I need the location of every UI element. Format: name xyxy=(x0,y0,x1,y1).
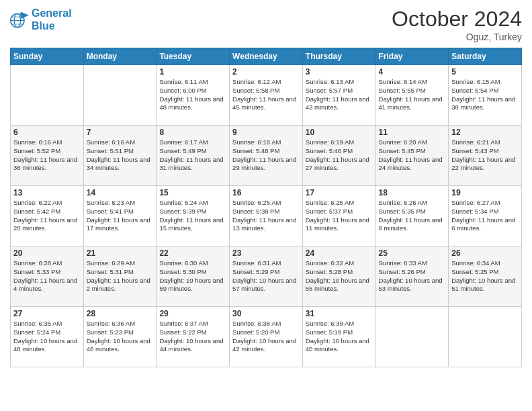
calendar-cell: 20Sunrise: 6:28 AM Sunset: 5:33 PM Dayli… xyxy=(11,246,84,307)
calendar-cell: 9Sunrise: 6:18 AM Sunset: 5:48 PM Daylig… xyxy=(230,126,303,186)
day-info: Sunrise: 6:20 AM Sunset: 5:45 PM Dayligh… xyxy=(379,138,446,173)
day-number: 29 xyxy=(159,309,226,318)
calendar-cell: 3Sunrise: 6:13 AM Sunset: 5:57 PM Daylig… xyxy=(302,65,375,126)
day-number: 17 xyxy=(306,188,373,197)
calendar-cell: 12Sunrise: 6:21 AM Sunset: 5:43 PM Dayli… xyxy=(449,126,522,186)
day-info: Sunrise: 6:37 AM Sunset: 5:22 PM Dayligh… xyxy=(159,320,226,354)
calendar-header-row: Sunday Monday Tuesday Wednesday Thursday… xyxy=(11,48,522,65)
day-number: 26 xyxy=(451,248,519,258)
day-info: Sunrise: 6:16 AM Sunset: 5:51 PM Dayligh… xyxy=(87,138,154,173)
day-info: Sunrise: 6:17 AM Sunset: 5:49 PM Dayligh… xyxy=(159,138,226,173)
day-info: Sunrise: 6:11 AM Sunset: 6:00 PM Dayligh… xyxy=(159,78,226,112)
calendar-cell: 18Sunrise: 6:26 AM Sunset: 5:35 PM Dayli… xyxy=(375,186,449,246)
calendar-week-5: 27Sunrise: 6:35 AM Sunset: 5:24 PM Dayli… xyxy=(11,307,522,367)
calendar-cell: 16Sunrise: 6:25 AM Sunset: 5:38 PM Dayli… xyxy=(230,186,303,246)
day-number: 5 xyxy=(451,67,519,77)
calendar-week-3: 13Sunrise: 6:22 AM Sunset: 5:42 PM Dayli… xyxy=(11,186,522,246)
day-number: 11 xyxy=(379,128,446,137)
day-info: Sunrise: 6:32 AM Sunset: 5:28 PM Dayligh… xyxy=(306,259,373,293)
calendar-cell: 5Sunrise: 6:15 AM Sunset: 5:54 PM Daylig… xyxy=(449,65,522,126)
day-info: Sunrise: 6:28 AM Sunset: 5:33 PM Dayligh… xyxy=(13,259,81,293)
day-number: 4 xyxy=(379,67,446,77)
col-saturday: Saturday xyxy=(449,48,522,65)
day-number: 21 xyxy=(87,248,154,258)
calendar-cell: 26Sunrise: 6:34 AM Sunset: 5:25 PM Dayli… xyxy=(449,246,522,307)
calendar-week-1: 1Sunrise: 6:11 AM Sunset: 6:00 PM Daylig… xyxy=(11,65,522,126)
calendar-cell: 6Sunrise: 6:16 AM Sunset: 5:52 PM Daylig… xyxy=(11,126,84,186)
day-info: Sunrise: 6:15 AM Sunset: 5:54 PM Dayligh… xyxy=(451,78,519,112)
calendar-cell: 24Sunrise: 6:32 AM Sunset: 5:28 PM Dayli… xyxy=(302,246,375,307)
day-info: Sunrise: 6:24 AM Sunset: 5:39 PM Dayligh… xyxy=(159,199,226,233)
day-number: 9 xyxy=(232,128,300,137)
header: General Blue October 2024 Oguz, Turkey xyxy=(10,7,522,42)
calendar-week-2: 6Sunrise: 6:16 AM Sunset: 5:52 PM Daylig… xyxy=(11,126,522,186)
day-info: Sunrise: 6:14 AM Sunset: 5:55 PM Dayligh… xyxy=(379,78,446,112)
day-info: Sunrise: 6:16 AM Sunset: 5:52 PM Dayligh… xyxy=(13,138,81,173)
day-info: Sunrise: 6:36 AM Sunset: 5:23 PM Dayligh… xyxy=(87,320,154,354)
calendar-cell: 8Sunrise: 6:17 AM Sunset: 5:49 PM Daylig… xyxy=(157,126,230,186)
day-info: Sunrise: 6:21 AM Sunset: 5:43 PM Dayligh… xyxy=(451,138,519,173)
logo-text: General Blue xyxy=(32,7,72,32)
month-title: October 2024 xyxy=(392,7,522,32)
day-number: 12 xyxy=(451,128,519,137)
day-number: 22 xyxy=(159,248,226,258)
calendar-cell: 23Sunrise: 6:31 AM Sunset: 5:29 PM Dayli… xyxy=(230,246,303,307)
calendar-cell: 2Sunrise: 6:12 AM Sunset: 5:58 PM Daylig… xyxy=(230,65,303,126)
calendar-cell: 29Sunrise: 6:37 AM Sunset: 5:22 PM Dayli… xyxy=(157,307,230,367)
calendar-cell: 7Sunrise: 6:16 AM Sunset: 5:51 PM Daylig… xyxy=(83,126,157,186)
day-number: 8 xyxy=(159,128,226,137)
day-info: Sunrise: 6:18 AM Sunset: 5:48 PM Dayligh… xyxy=(232,138,300,173)
day-number: 10 xyxy=(306,128,373,137)
calendar-body: 1Sunrise: 6:11 AM Sunset: 6:00 PM Daylig… xyxy=(11,65,522,367)
calendar-cell xyxy=(375,307,449,367)
calendar-cell: 22Sunrise: 6:30 AM Sunset: 5:30 PM Dayli… xyxy=(157,246,230,307)
day-info: Sunrise: 6:12 AM Sunset: 5:58 PM Dayligh… xyxy=(232,78,300,112)
calendar-cell: 11Sunrise: 6:20 AM Sunset: 5:45 PM Dayli… xyxy=(375,126,449,186)
day-number: 19 xyxy=(451,188,519,197)
calendar-cell xyxy=(83,65,157,126)
col-tuesday: Tuesday xyxy=(157,48,230,65)
logo-icon xyxy=(10,10,29,29)
calendar-week-4: 20Sunrise: 6:28 AM Sunset: 5:33 PM Dayli… xyxy=(11,246,522,307)
day-number: 25 xyxy=(379,248,446,258)
day-number: 15 xyxy=(159,188,226,197)
day-info: Sunrise: 6:33 AM Sunset: 5:26 PM Dayligh… xyxy=(379,259,446,293)
day-info: Sunrise: 6:13 AM Sunset: 5:57 PM Dayligh… xyxy=(306,78,373,112)
calendar-cell: 10Sunrise: 6:19 AM Sunset: 5:46 PM Dayli… xyxy=(302,126,375,186)
day-number: 7 xyxy=(87,128,154,137)
day-number: 20 xyxy=(13,248,81,258)
day-number: 2 xyxy=(232,67,300,77)
col-wednesday: Wednesday xyxy=(230,48,303,65)
day-number: 14 xyxy=(87,188,154,197)
calendar-cell: 17Sunrise: 6:25 AM Sunset: 5:37 PM Dayli… xyxy=(302,186,375,246)
calendar-cell: 21Sunrise: 6:29 AM Sunset: 5:31 PM Dayli… xyxy=(83,246,157,307)
calendar-cell: 28Sunrise: 6:36 AM Sunset: 5:23 PM Dayli… xyxy=(83,307,157,367)
day-info: Sunrise: 6:34 AM Sunset: 5:25 PM Dayligh… xyxy=(451,259,519,293)
location: Oguz, Turkey xyxy=(392,32,522,42)
day-number: 31 xyxy=(306,309,373,318)
calendar-cell: 1Sunrise: 6:11 AM Sunset: 6:00 PM Daylig… xyxy=(157,65,230,126)
col-sunday: Sunday xyxy=(11,48,84,65)
day-info: Sunrise: 6:25 AM Sunset: 5:38 PM Dayligh… xyxy=(232,199,300,233)
title-block: October 2024 Oguz, Turkey xyxy=(392,7,522,42)
calendar-cell: 14Sunrise: 6:23 AM Sunset: 5:41 PM Dayli… xyxy=(83,186,157,246)
day-number: 1 xyxy=(159,67,226,77)
col-thursday: Thursday xyxy=(302,48,375,65)
page: General Blue October 2024 Oguz, Turkey S… xyxy=(0,0,532,411)
calendar-cell xyxy=(11,65,84,126)
calendar-cell: 27Sunrise: 6:35 AM Sunset: 5:24 PM Dayli… xyxy=(11,307,84,367)
day-info: Sunrise: 6:19 AM Sunset: 5:46 PM Dayligh… xyxy=(306,138,373,173)
day-number: 6 xyxy=(13,128,81,137)
day-number: 16 xyxy=(232,188,300,197)
day-info: Sunrise: 6:31 AM Sunset: 5:29 PM Dayligh… xyxy=(232,259,300,293)
calendar-cell: 13Sunrise: 6:22 AM Sunset: 5:42 PM Dayli… xyxy=(11,186,84,246)
day-number: 18 xyxy=(379,188,446,197)
day-info: Sunrise: 6:22 AM Sunset: 5:42 PM Dayligh… xyxy=(13,199,81,233)
day-info: Sunrise: 6:27 AM Sunset: 5:34 PM Dayligh… xyxy=(451,199,519,233)
calendar-cell: 25Sunrise: 6:33 AM Sunset: 5:26 PM Dayli… xyxy=(375,246,449,307)
calendar-cell: 4Sunrise: 6:14 AM Sunset: 5:55 PM Daylig… xyxy=(375,65,449,126)
svg-marker-6 xyxy=(21,12,29,18)
calendar-cell: 15Sunrise: 6:24 AM Sunset: 5:39 PM Dayli… xyxy=(157,186,230,246)
day-number: 13 xyxy=(13,188,81,197)
logo: General Blue xyxy=(10,7,72,32)
